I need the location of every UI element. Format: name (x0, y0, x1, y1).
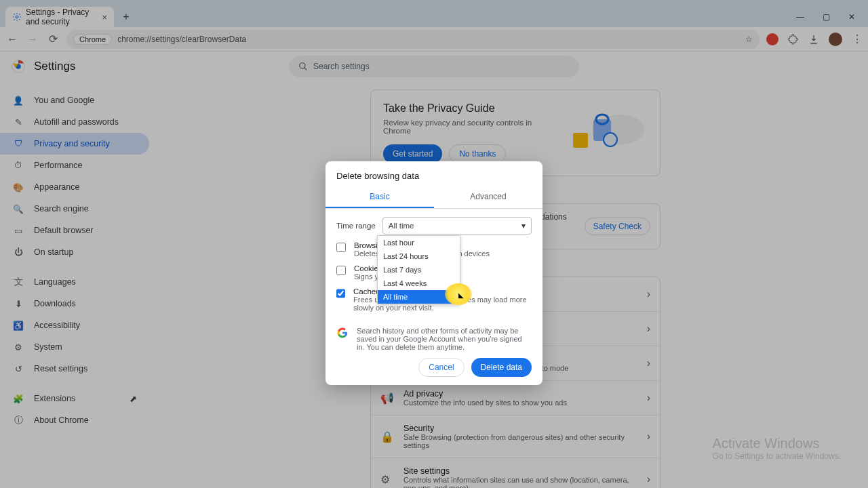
signin-note: Search history and other forms of activi… (357, 327, 532, 351)
time-range-label: Time range (336, 222, 376, 230)
windows-activation-watermark: Activate Windows Go to Settings to activ… (713, 436, 841, 461)
cursor-icon: ◣ (458, 291, 464, 299)
cancel-button[interactable]: Cancel (418, 358, 464, 377)
option-all-time[interactable]: All time ◣ (378, 290, 460, 304)
modal-title: Delete browsing data (326, 161, 542, 186)
time-range-select[interactable]: All time ▾ (382, 217, 532, 235)
other-forms-link[interactable]: other forms of activity (421, 327, 492, 335)
checkbox-browsing-history[interactable] (336, 243, 346, 252)
tab-advanced[interactable]: Advanced (434, 186, 542, 208)
delete-data-button[interactable]: Delete data (471, 358, 532, 377)
option-last-24-hours[interactable]: Last 24 hours (378, 249, 460, 263)
option-last-hour[interactable]: Last hour (378, 236, 460, 249)
option-last-4-weeks[interactable]: Last 4 weeks (378, 277, 460, 290)
google-g-icon (336, 327, 349, 339)
time-range-dropdown: Last hour Last 24 hours Last 7 days Last… (377, 235, 460, 304)
search-history-link[interactable]: Search history (357, 327, 404, 335)
checkbox-cookies[interactable] (336, 266, 346, 275)
checkbox-cached-images[interactable] (336, 289, 345, 298)
chevron-down-icon: ▾ (521, 221, 526, 230)
delete-browsing-data-modal: Delete browsing data Basic Advanced Time… (326, 161, 542, 385)
option-last-7-days[interactable]: Last 7 days (378, 263, 460, 277)
tab-basic[interactable]: Basic (326, 186, 434, 208)
